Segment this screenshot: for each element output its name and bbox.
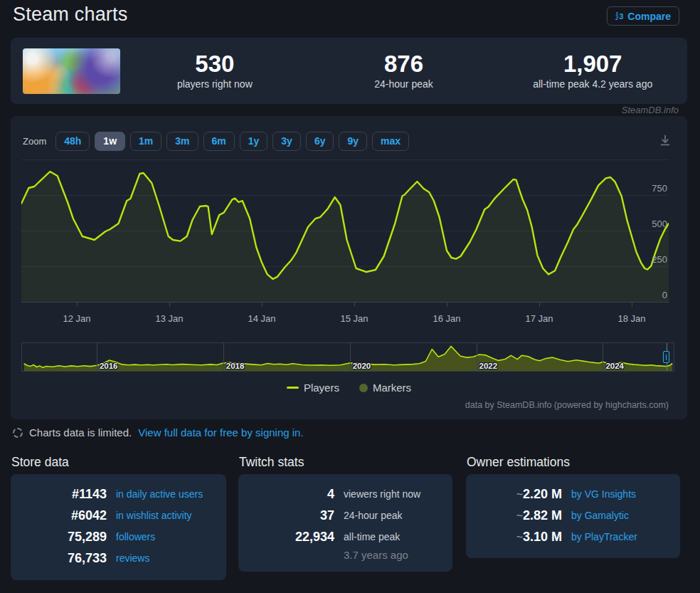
stat-row: 75,289followers <box>11 526 226 547</box>
players-area-fill <box>21 172 669 302</box>
approx-tilde: ~ <box>516 531 523 543</box>
zoom-button-6m[interactable]: 6m <box>203 132 235 151</box>
stat-label-link[interactable]: by PlayTracker <box>571 526 637 547</box>
stat-label: 3.7 years ago <box>344 547 408 566</box>
zoom-button-3y[interactable]: 3y <box>272 132 301 151</box>
x-tick-label-12-Jan: 12 Jan <box>55 313 98 324</box>
zoom-button-1y[interactable]: 1y <box>240 132 268 151</box>
y-tick-label-250: 250 <box>639 254 667 265</box>
stat-value: ~3.10 M <box>466 526 562 547</box>
x-tick <box>539 302 540 307</box>
limited-data-notice: Charts data is limited. View full data f… <box>13 426 304 439</box>
zoom-button-1w[interactable]: 1w <box>95 132 125 151</box>
stat-value: 75,289 <box>11 526 107 547</box>
x-tick-label-13-Jan: 13 Jan <box>148 313 191 324</box>
download-chart-button[interactable] <box>658 134 672 148</box>
stat-row: #6042in wishlist activity <box>11 505 226 526</box>
stat-label-link[interactable]: by Gamalytic <box>571 505 629 526</box>
y-tick-label-0: 0 <box>639 290 667 300</box>
navigator-year-label-2016: 2016 <box>100 362 118 370</box>
x-tick-label-15-Jan: 15 Jan <box>333 313 376 324</box>
zoom-label: Zoom <box>23 136 46 147</box>
owner-estimations-card: ~2.20 Mby VG Insights~2.82 Mby Gamalytic… <box>466 474 680 558</box>
zoom-button-group: 48h1w1m3m6m1y3y6y9ymax <box>55 132 409 151</box>
stat-players-now: 530 players right now <box>120 52 309 90</box>
stat-value: ~2.20 M <box>466 483 562 505</box>
legend-players-label: Players <box>304 382 339 394</box>
stat-label-link[interactable]: in wishlist activity <box>116 505 192 526</box>
stat-row: 76,733reviews <box>11 547 226 569</box>
x-tick <box>169 302 170 307</box>
navigator-year-label-2024: 2024 <box>605 362 624 370</box>
x-tick-label-14-Jan: 14 Jan <box>240 313 283 324</box>
x-tick-label-17-Jan: 17 Jan <box>518 313 561 324</box>
zoom-button-1m[interactable]: 1m <box>130 132 161 151</box>
navigator-handle[interactable] <box>663 351 669 363</box>
chart-legend: Players Markers <box>11 382 687 394</box>
players-now-value: 530 <box>120 52 309 77</box>
zoom-button-max[interactable]: max <box>372 132 409 151</box>
approx-tilde: ~ <box>516 510 523 522</box>
markers-circle-swatch <box>359 384 368 392</box>
navigator-gridline-2016 <box>97 343 97 371</box>
zoom-button-3m[interactable]: 3m <box>166 132 198 151</box>
game-capsule-image[interactable] <box>23 48 120 94</box>
stat-label-link[interactable]: reviews <box>116 547 149 569</box>
stat-row: #1143in daily active users <box>11 483 226 505</box>
x-tick <box>632 302 632 307</box>
navigator-year-label-2018: 2018 <box>226 362 245 370</box>
store-data-title: Store data <box>11 455 69 470</box>
players-line-swatch <box>287 387 299 389</box>
stat-value: 4 <box>238 483 334 505</box>
stat-label-link[interactable]: in daily active users <box>116 483 203 505</box>
stat-value: #6042 <box>11 505 107 526</box>
players-chart-plot-area[interactable]: 7505002500 12 Jan13 Jan14 Jan15 Jan16 Ja… <box>21 159 669 302</box>
y-tick-label-500: 500 <box>639 219 667 229</box>
compare-numbers-icon: 12 3 <box>615 12 623 21</box>
navigator-year-label-2022: 2022 <box>479 362 498 370</box>
legend-markers-label: Markers <box>373 382 411 394</box>
stat-row: 22,934all-time peak <box>238 526 452 547</box>
alltime-peak-value: 1,907 <box>498 52 687 77</box>
players-now-label: players right now <box>120 78 309 90</box>
stat-value <box>238 547 334 566</box>
zoom-button-48h[interactable]: 48h <box>55 132 90 151</box>
stat-sub-row: 3.7 years ago <box>238 547 452 566</box>
zoom-button-6y[interactable]: 6y <box>306 132 334 151</box>
x-tick <box>77 302 78 307</box>
navigator-area-svg <box>22 343 674 371</box>
stat-alltime-peak: 1,907 all-time peak 4.2 years ago <box>498 52 687 90</box>
zoom-button-9y[interactable]: 9y <box>339 132 367 151</box>
navigator-gridline-2018 <box>223 343 224 371</box>
chart-navigator[interactable]: 20162018202020222024 <box>21 342 674 372</box>
stat-24h-peak: 876 24-hour peak <box>309 52 499 90</box>
limited-data-text: Charts data is limited. <box>29 426 132 439</box>
x-tick <box>447 302 447 307</box>
page-title: Steam charts <box>13 4 127 26</box>
approx-tilde: ~ <box>516 488 523 500</box>
x-tick <box>262 302 262 307</box>
peak-24h-label: 24-hour peak <box>309 78 499 90</box>
players-line-svg <box>21 159 669 302</box>
download-icon <box>659 134 672 147</box>
stat-value: #1143 <box>11 483 107 505</box>
navigator-year-label-2020: 2020 <box>353 362 371 370</box>
x-tick <box>354 302 355 307</box>
alltime-peak-label: all-time peak 4.2 years ago <box>498 78 687 90</box>
legend-item-markers[interactable]: Markers <box>359 382 411 394</box>
summary-panel: 530 players right now 876 24-hour peak 1… <box>11 38 687 104</box>
x-tick-label-16-Jan: 16 Jan <box>425 313 468 324</box>
steamdb-watermark: SteamDB.info <box>622 105 679 115</box>
x-tick-label-18-Jan: 18 Jan <box>610 313 653 324</box>
y-tick-label-750: 750 <box>639 183 667 194</box>
navigator-gridline-2020 <box>350 343 351 371</box>
stat-label: 24-hour peak <box>344 505 403 526</box>
compare-button[interactable]: 12 3 Compare <box>607 6 679 26</box>
zoom-controls: Zoom 48h1w1m3m6m1y3y6y9ymax <box>23 132 409 151</box>
stat-label-link[interactable]: followers <box>116 526 155 547</box>
legend-item-players[interactable]: Players <box>287 382 339 394</box>
stat-row: ~2.82 Mby Gamalytic <box>466 505 680 526</box>
sign-in-link[interactable]: View full data for free by signing in. <box>138 426 303 439</box>
stat-label-link[interactable]: by VG Insights <box>571 483 636 505</box>
twitch-stats-title: Twitch stats <box>239 455 304 470</box>
